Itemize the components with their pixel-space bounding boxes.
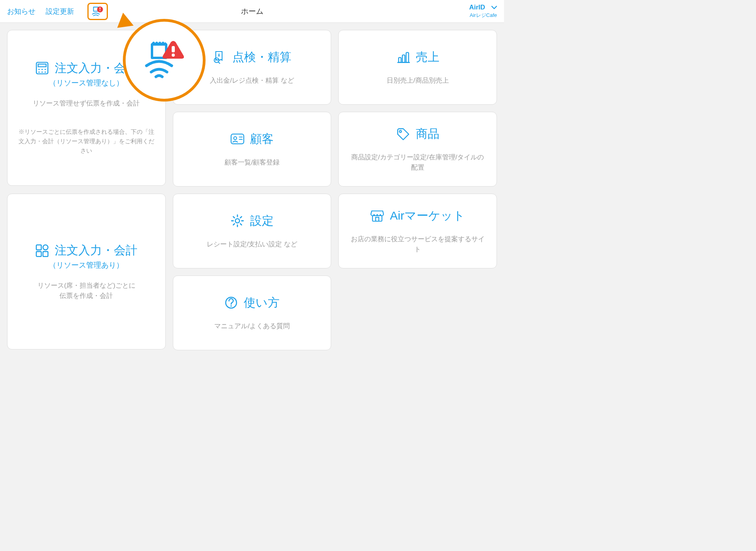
tile-title: 売上 bbox=[396, 49, 439, 65]
tile-title-text: 点検・精算 bbox=[232, 49, 291, 65]
tile-title-text: 注文入力・会計 bbox=[55, 242, 137, 259]
printer-alert-icon-large bbox=[143, 40, 186, 81]
tile-title: 使い方 bbox=[224, 295, 280, 311]
tile-title-text: Airマーケット bbox=[390, 208, 465, 224]
svg-rect-31 bbox=[172, 46, 175, 52]
bar-chart-icon bbox=[396, 50, 410, 64]
tile-subtitle: （リソース管理あり） bbox=[49, 260, 124, 270]
tile-product[interactable]: 商品 商品設定/カテゴリー設定/在庫管理/タイルの配置 bbox=[338, 112, 497, 187]
svg-rect-28 bbox=[376, 217, 379, 221]
grid-layout-icon bbox=[35, 244, 49, 258]
tile-title: 顧客 bbox=[230, 131, 274, 147]
tile-description: レシート設定/支払い設定 など bbox=[207, 239, 297, 250]
svg-text:¥: ¥ bbox=[218, 53, 220, 57]
header-left: お知らせ 設定更新 bbox=[7, 3, 108, 20]
printer-alert-button[interactable] bbox=[87, 3, 108, 20]
tile-description: お店の業務に役立つサービスを提案するサイト bbox=[348, 234, 487, 254]
svg-point-21 bbox=[399, 130, 401, 132]
account-id-row: AirID bbox=[469, 4, 497, 11]
svg-rect-15 bbox=[402, 55, 405, 63]
tile-title-text: 使い方 bbox=[244, 295, 280, 311]
callout-magnifier bbox=[123, 19, 206, 102]
tile-description: 商品設定/カテゴリー設定/在庫管理/タイルの配置 bbox=[348, 152, 487, 172]
tile-sales[interactable]: 売上 日別売上/商品別売上 bbox=[338, 30, 497, 105]
notices-link[interactable]: お知らせ bbox=[7, 7, 35, 16]
tile-title-text: 設定 bbox=[250, 213, 274, 229]
tile-description: リソース管理せず伝票を作成・会計 bbox=[33, 98, 140, 109]
calculator-icon bbox=[35, 61, 49, 75]
tile-order-with-resource[interactable]: 注文入力・会計 （リソース管理あり） リソース(席・担当者など)ごとに 伝票を作… bbox=[7, 194, 166, 349]
settings-update-link[interactable]: 設定更新 bbox=[46, 7, 74, 16]
app-header: お知らせ 設定更新 ホーム AirID AirレジCafe bbox=[0, 0, 504, 23]
svg-rect-22 bbox=[37, 245, 42, 250]
tile-description: 日別売上/商品別売上 bbox=[387, 76, 449, 86]
svg-rect-16 bbox=[406, 53, 408, 63]
svg-point-18 bbox=[234, 137, 237, 140]
id-card-icon bbox=[230, 132, 245, 146]
svg-line-12 bbox=[218, 62, 220, 63]
tile-subtitle: （リソース管理なし） bbox=[49, 78, 124, 88]
svg-point-6 bbox=[45, 69, 46, 70]
chevron-down-icon bbox=[491, 4, 497, 11]
tile-description: 顧客一覧/顧客登録 bbox=[224, 157, 280, 168]
tile-description: リソース(席・担当者など)ごとに 伝票を作成・会計 bbox=[37, 281, 135, 301]
account-sub-label: AirレジCafe bbox=[470, 12, 497, 19]
svg-rect-3 bbox=[38, 64, 46, 67]
svg-point-9 bbox=[45, 72, 46, 73]
svg-rect-27 bbox=[372, 216, 382, 221]
tile-description: 入出金/レジ点検・精算 など bbox=[210, 76, 294, 86]
svg-point-32 bbox=[172, 54, 175, 57]
receipt-search-icon: ¥ bbox=[213, 50, 227, 64]
question-circle-icon bbox=[224, 296, 238, 310]
svg-point-4 bbox=[39, 69, 40, 70]
tile-air-market[interactable]: Airマーケット お店の業務に役立つサービスを提案するサイト bbox=[338, 194, 497, 268]
tile-description: マニュアル/よくある質問 bbox=[214, 321, 290, 331]
svg-rect-24 bbox=[37, 251, 42, 257]
tile-title-text: 顧客 bbox=[250, 131, 274, 147]
tile-title: 商品 bbox=[396, 126, 439, 142]
svg-point-8 bbox=[42, 72, 43, 73]
svg-point-7 bbox=[39, 72, 40, 73]
printer-alert-icon bbox=[92, 6, 104, 17]
tile-title: 注文入力・会計 bbox=[35, 60, 137, 76]
tile-title: ¥ 点検・精算 bbox=[213, 49, 291, 65]
tile-title: 設定 bbox=[230, 213, 274, 229]
page-title: ホーム bbox=[241, 6, 263, 17]
tile-title-text: 商品 bbox=[416, 126, 439, 142]
svg-rect-0 bbox=[100, 7, 100, 9]
tile-title: 注文入力・会計 bbox=[35, 242, 137, 259]
svg-point-5 bbox=[42, 69, 43, 70]
svg-rect-25 bbox=[43, 251, 48, 257]
tile-customer[interactable]: 顧客 顧客一覧/顧客登録 bbox=[173, 112, 332, 187]
tile-note: ※リソースごとに伝票を作成される場合、下の「注文入力・会計（リソース管理あり）」… bbox=[17, 127, 156, 155]
tile-title-text: 売上 bbox=[416, 49, 439, 65]
svg-point-23 bbox=[43, 245, 48, 250]
tile-title: Airマーケット bbox=[370, 208, 465, 224]
tile-help[interactable]: 使い方 マニュアル/よくある質問 bbox=[173, 276, 332, 350]
callout-pointer bbox=[115, 11, 134, 28]
svg-point-30 bbox=[231, 305, 232, 307]
home-grid: 注文入力・会計 （リソース管理なし） リソース管理せず伝票を作成・会計 ※リソー… bbox=[0, 23, 504, 357]
account-menu[interactable]: AirID AirレジCafe bbox=[469, 4, 497, 19]
gear-icon bbox=[230, 214, 245, 228]
tile-settings[interactable]: 設定 レシート設定/支払い設定 など bbox=[173, 194, 332, 268]
tag-icon bbox=[396, 127, 410, 141]
svg-point-26 bbox=[235, 219, 240, 223]
svg-rect-14 bbox=[398, 57, 401, 63]
storefront-icon bbox=[370, 209, 384, 223]
svg-point-1 bbox=[100, 10, 100, 11]
account-id-label: AirID bbox=[469, 4, 485, 11]
